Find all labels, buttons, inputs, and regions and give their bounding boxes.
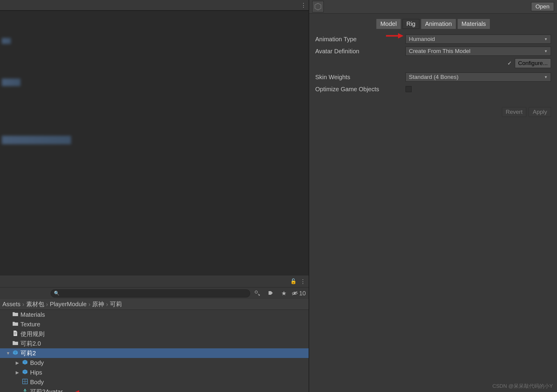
file-row[interactable]: ▼可莉2 — [0, 348, 309, 358]
expand-toggle-icon[interactable]: ▶ — [16, 370, 20, 375]
skin-weights-label: Skin Weights — [315, 74, 406, 81]
breadcrumb-item[interactable]: PlayerModule — [50, 301, 86, 308]
chevron-right-icon: › — [106, 301, 108, 308]
optimize-checkbox[interactable] — [406, 86, 412, 92]
search-icon: 🔍 — [54, 291, 60, 296]
file-row[interactable]: 使用规则 — [0, 329, 309, 339]
chevron-right-icon: › — [46, 301, 48, 308]
open-button[interactable]: Open — [531, 2, 554, 11]
revert-button[interactable]: Revert — [502, 107, 527, 117]
redacted-region — [2, 136, 71, 144]
inspector-panel: Open Model Rig Animation Materials Anima… — [309, 0, 557, 392]
favorite-filter-icon[interactable]: ★ — [278, 289, 290, 298]
tab-animation[interactable]: Animation — [421, 19, 456, 29]
file-name: 使用规则 — [20, 330, 45, 338]
tab-rig[interactable]: Rig — [403, 19, 419, 29]
breadcrumb-item[interactable]: 原神 — [92, 300, 104, 308]
breadcrumb-item[interactable]: 素材包 — [26, 300, 44, 308]
file-name: Materials — [20, 311, 45, 318]
importer-tabs: Model Rig Animation Materials — [309, 14, 557, 32]
filter-by-label-icon[interactable] — [265, 289, 277, 298]
redacted-region — [2, 38, 11, 44]
animation-type-dropdown[interactable]: Humanoid ▼ — [406, 35, 551, 44]
apply-row: Revert Apply — [309, 95, 557, 117]
breadcrumb-item[interactable]: Assets — [2, 301, 20, 308]
left-panel: ⋮ 🔓 ⋮ 🔍 ★ 10 — [0, 0, 309, 392]
svg-point-6 — [24, 389, 26, 390]
lock-icon[interactable]: 🔓 — [290, 278, 297, 285]
project-file-list: MaterialsTexture使用规则可莉2.0▼可莉2▶Body▶HipsB… — [0, 310, 309, 392]
project-search-row: 🔍 ★ 10 — [0, 288, 309, 299]
file-row[interactable]: ▶Body — [0, 358, 309, 368]
search-input[interactable] — [61, 290, 247, 297]
folder-icon — [12, 321, 19, 328]
skin-weights-dropdown[interactable]: Standard (4 Bones) ▼ — [406, 73, 551, 82]
apply-button[interactable]: Apply — [529, 107, 551, 117]
preview-toolbar: ⋮ — [0, 0, 309, 11]
grid-icon — [22, 379, 28, 386]
avatar-definition-dropdown[interactable]: Create From This Model ▼ — [406, 47, 551, 56]
hidden-filter-icon[interactable]: 10 — [291, 289, 306, 298]
file-name: 可莉2.0 — [20, 340, 41, 348]
chevron-down-icon: ▼ — [544, 37, 548, 41]
rig-properties: Animation Type Humanoid ▼ Avatar Definit… — [309, 32, 557, 95]
expand-toggle-icon[interactable]: ▶ — [16, 360, 20, 365]
cube-icon — [22, 369, 28, 376]
folder-icon — [12, 341, 19, 347]
file-row[interactable]: Texture — [0, 319, 309, 329]
breadcrumb: Assets› 素材包› PlayerModule› 原神› 可莉 — [0, 299, 309, 310]
file-row[interactable]: 可莉2.0 — [0, 339, 309, 348]
file-name: Body — [30, 379, 44, 386]
file-row[interactable]: 可莉2Avatar — [0, 387, 309, 392]
project-header: 🔓 ⋮ — [0, 275, 309, 288]
file-row[interactable]: Materials — [0, 310, 309, 319]
filter-by-type-icon[interactable] — [251, 289, 263, 298]
breadcrumb-item[interactable]: 可莉 — [110, 300, 122, 308]
redacted-region — [2, 79, 20, 86]
chevron-down-icon: ▼ — [544, 75, 548, 79]
configure-button[interactable]: Configure... — [515, 58, 551, 68]
optimize-game-objects-label: Optimize Game Objects — [315, 86, 406, 93]
avatar-definition-label: Avatar Definition — [315, 48, 406, 55]
file-row[interactable]: ▶Hips — [0, 368, 309, 377]
tab-materials[interactable]: Materials — [458, 19, 490, 29]
check-icon: ✓ — [507, 60, 512, 67]
watermark-text: CSDN @呆呆敲代码的小Y — [493, 383, 553, 390]
asset-thumbnail-icon — [312, 1, 324, 12]
doc-icon — [12, 330, 19, 338]
project-search[interactable]: 🔍 — [51, 289, 250, 297]
folder-icon — [12, 312, 19, 318]
svg-point-0 — [255, 291, 257, 293]
preview-area — [0, 11, 309, 275]
file-name: 可莉2Avatar — [30, 388, 63, 392]
tab-model[interactable]: Model — [376, 19, 400, 29]
project-more-icon[interactable]: ⋮ — [300, 278, 306, 285]
file-row[interactable]: Body — [0, 377, 309, 387]
animation-type-label: Animation Type — [315, 36, 406, 43]
file-name: Body — [30, 359, 44, 366]
expand-toggle-icon[interactable]: ▼ — [6, 351, 10, 356]
chevron-right-icon: › — [89, 301, 91, 308]
cube-icon — [12, 350, 19, 357]
more-menu-icon[interactable]: ⋮ — [301, 2, 306, 8]
file-name: Texture — [20, 321, 40, 328]
file-name: Hips — [30, 369, 42, 376]
file-name: 可莉2 — [20, 349, 36, 357]
avatar-icon — [22, 388, 28, 392]
cube-icon — [22, 359, 28, 367]
chevron-right-icon: › — [22, 301, 24, 308]
inspector-header: Open — [309, 0, 557, 14]
hidden-count: 10 — [299, 290, 306, 297]
chevron-down-icon: ▼ — [544, 49, 548, 53]
